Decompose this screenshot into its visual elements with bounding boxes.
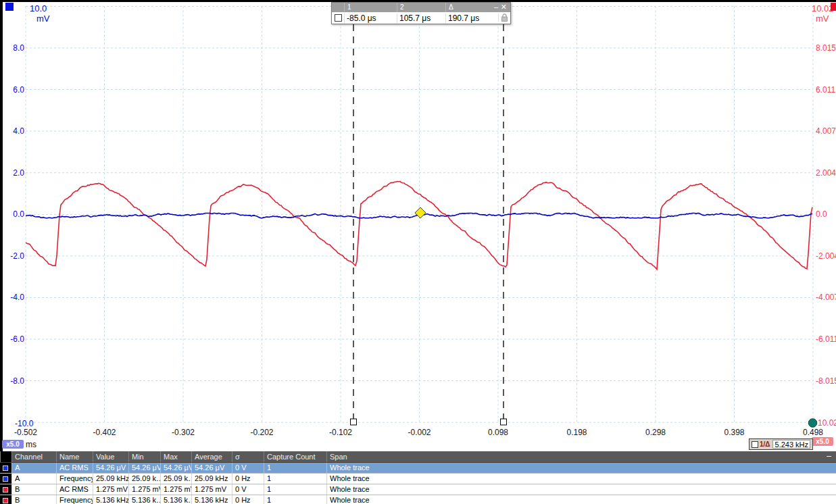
cell-channel: A bbox=[11, 474, 56, 484]
cursor1-column-header: 1 bbox=[344, 3, 397, 12]
cell-span: Whole trace bbox=[326, 484, 836, 495]
cursor-readout-box[interactable]: 1 2 Δ – ✕ -85.0 μs 105.7 μs 190.7 μs bbox=[331, 2, 511, 24]
x-tick-label: -0.202 bbox=[240, 428, 285, 437]
cell-average: 5.136 kHz bbox=[191, 495, 232, 504]
cursor-box-titlebar[interactable]: 1 2 Δ – ✕ bbox=[332, 3, 510, 12]
cell-span: Whole trace bbox=[326, 463, 836, 473]
cursor-lock-cell[interactable] bbox=[498, 14, 510, 22]
channel-b-axis-icon[interactable] bbox=[831, 3, 836, 11]
left-y-tick-label: 4.0 bbox=[0, 127, 24, 136]
cell-value: 54.26 μV bbox=[93, 463, 128, 473]
cell-name: AC RMS bbox=[56, 484, 93, 495]
cell-value: 1.275 mV bbox=[93, 484, 128, 495]
cursor2-time-value: 105.7 μs bbox=[397, 14, 445, 23]
column-header-captures[interactable]: Capture Count bbox=[264, 451, 326, 462]
cursor1-time-value: -85.0 μs bbox=[344, 14, 397, 23]
channel-a-axis-icon[interactable] bbox=[5, 3, 14, 11]
cursor-delta-column-header: Δ bbox=[445, 3, 498, 12]
cell-value: 5.136 kHz bbox=[93, 495, 128, 504]
cell-max: 1.275 mV bbox=[160, 484, 191, 495]
x-tick-label: 0.298 bbox=[633, 428, 678, 437]
cell-average: 25.09 kHz bbox=[191, 474, 232, 484]
cell-min: 1.275 mV bbox=[128, 484, 160, 495]
right-axis-unit: mV bbox=[816, 14, 829, 24]
cursor2-column-header: 2 bbox=[397, 3, 445, 12]
right-y-tick-label: 8.015 bbox=[816, 44, 836, 53]
channel-color-icon bbox=[3, 476, 8, 482]
x-tick-label: -0.502 bbox=[3, 428, 48, 437]
measurement-row[interactable]: BFrequency5.136 kHz5.136 k…5.136 k…5.136… bbox=[0, 495, 836, 504]
channel-color-icon bbox=[3, 487, 8, 493]
waveform-plot-area[interactable] bbox=[0, 0, 836, 451]
measurements-table: ChannelNameValueMinMaxAverageσCapture Co… bbox=[0, 451, 836, 504]
right-y-tick-label: 0.0 bbox=[816, 210, 827, 219]
column-header-span[interactable]: Span bbox=[326, 451, 836, 462]
column-header-sigma[interactable]: σ bbox=[232, 451, 264, 462]
right-y-tick-label: -6.011 bbox=[816, 335, 836, 344]
x-tick-label: 0.198 bbox=[555, 428, 599, 437]
channel-color-icon bbox=[3, 498, 8, 503]
trigger-marker-icon[interactable] bbox=[415, 207, 426, 218]
table-header-icon-cell bbox=[0, 451, 11, 462]
cell-sigma: 0 V bbox=[232, 484, 264, 495]
left-axis-bottom-value: -10.0 bbox=[15, 419, 33, 428]
cell-min: 5.136 k… bbox=[128, 495, 160, 504]
cell-sigma: 0 Hz bbox=[232, 495, 264, 504]
cursor-box-values-row: -85.0 μs 105.7 μs 190.7 μs bbox=[332, 12, 510, 24]
cell-captures: 1 bbox=[264, 484, 326, 495]
time-cursor-1-handle[interactable] bbox=[351, 419, 357, 425]
right-axis-bottom-value: 10.02 bbox=[818, 418, 836, 428]
cell-span: Whole trace bbox=[326, 474, 836, 484]
row-icon-cell bbox=[0, 474, 11, 484]
cell-max: 25.09 k… bbox=[160, 474, 191, 484]
cell-captures: 1 bbox=[264, 474, 326, 484]
cell-channel: A bbox=[11, 463, 56, 473]
table-header-row: ChannelNameValueMinMaxAverageσCapture Co… bbox=[0, 451, 836, 463]
lock-icon bbox=[501, 14, 508, 22]
cell-sigma: 0 V bbox=[232, 463, 264, 473]
left-y-tick-label: -2.0 bbox=[0, 252, 24, 261]
column-header-value[interactable]: Value bbox=[93, 451, 128, 462]
column-header-name[interactable]: Name bbox=[56, 451, 93, 462]
measurement-row[interactable]: AAC RMS54.26 μV54.26 μV54.26 μV54.26 μV0… bbox=[0, 463, 836, 474]
left-y-tick-label: -8.0 bbox=[0, 377, 24, 386]
x-tick-label: 0.498 bbox=[791, 428, 835, 437]
x-tick-label: -0.102 bbox=[318, 428, 363, 437]
left-y-tick-label: 0.0 bbox=[0, 210, 24, 219]
cursor-box-close-button[interactable]: ✕ bbox=[501, 3, 507, 11]
inverse-delta-value: 5.243 kHz bbox=[772, 440, 810, 449]
left-y-tick-label: 8.0 bbox=[0, 44, 24, 53]
row-icon-cell bbox=[0, 463, 11, 473]
time-cursor-2-handle[interactable] bbox=[501, 419, 507, 425]
inverse-delta-readout[interactable]: 1/Δ 5.243 kHz bbox=[749, 438, 813, 450]
cell-average: 54.26 μV bbox=[191, 463, 232, 473]
cursor-box-title-spacer bbox=[332, 3, 344, 12]
left-y-tick-label: -6.0 bbox=[0, 335, 24, 344]
right-y-tick-label: -2.004 bbox=[816, 252, 836, 261]
cursor-box-checkbox-cell bbox=[332, 14, 344, 22]
cell-average: 1.275 mV bbox=[191, 484, 232, 495]
x-tick-label: -0.402 bbox=[82, 428, 127, 437]
column-header-max[interactable]: Max bbox=[160, 451, 191, 462]
inverse-delta-label: 1/Δ bbox=[760, 440, 770, 448]
inverse-delta-checkbox[interactable] bbox=[752, 441, 758, 448]
x-tick-label: 0.398 bbox=[712, 428, 757, 437]
left-y-tick-label: -4.0 bbox=[0, 293, 24, 302]
cursor-box-minimize-button[interactable]: – bbox=[494, 3, 498, 11]
measurement-row[interactable]: BAC RMS1.275 mV1.275 mV1.275 mV1.275 mV0… bbox=[0, 484, 836, 495]
left-axis-zoom-badge[interactable]: x5.0 bbox=[2, 440, 24, 449]
left-y-tick-label: 6.0 bbox=[0, 86, 24, 95]
axis-offset-handle[interactable] bbox=[808, 419, 817, 428]
right-axis-zoom-badge[interactable]: x5.0 bbox=[812, 437, 833, 446]
column-header-channel[interactable]: Channel bbox=[11, 451, 56, 462]
column-header-min[interactable]: Min bbox=[128, 451, 160, 462]
x-tick-label: -0.002 bbox=[397, 428, 442, 437]
right-y-tick-label: -4.007 bbox=[816, 293, 836, 302]
measurement-row[interactable]: AFrequency25.09 kHz25.09 k…25.09 k…25.09… bbox=[0, 474, 836, 484]
cell-captures: 1 bbox=[264, 463, 326, 473]
row-icon-cell bbox=[0, 495, 11, 504]
cell-max: 5.136 k… bbox=[160, 495, 191, 504]
column-header-average[interactable]: Average bbox=[191, 451, 232, 462]
table-minimize-button[interactable]: – bbox=[827, 451, 831, 461]
cursor-row-checkbox[interactable] bbox=[335, 14, 342, 22]
